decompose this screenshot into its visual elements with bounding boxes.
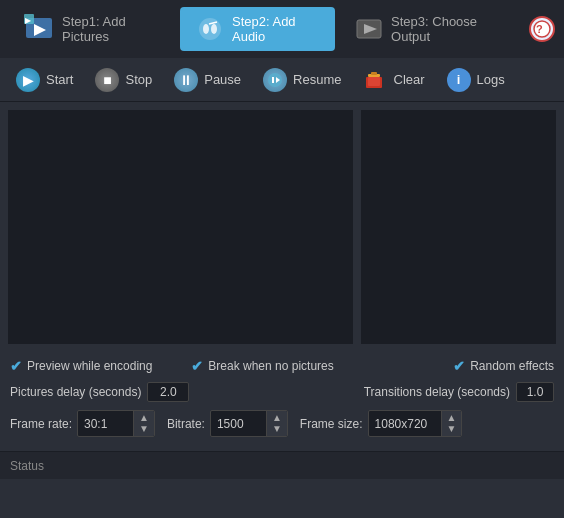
delay-row: Pictures delay (seconds) Transitions del… bbox=[10, 382, 554, 402]
transitions-delay-label: Transitions delay (seconds) bbox=[364, 385, 510, 399]
status-label: Status bbox=[10, 459, 44, 473]
step2-label: Step2: Add Audio bbox=[232, 14, 319, 44]
controls-area: ✔ Preview while encoding ✔ Break when no… bbox=[0, 352, 564, 449]
pictures-delay-group: Pictures delay (seconds) bbox=[10, 382, 364, 402]
bitrate-group: Bitrate: ▲ ▼ bbox=[167, 410, 288, 437]
stop-icon: ■ bbox=[95, 68, 119, 92]
preview-encoding-label: Preview while encoding bbox=[27, 359, 152, 373]
frame-rate-group: Frame rate: ▲ ▼ bbox=[10, 410, 155, 437]
random-check-icon: ✔ bbox=[453, 358, 465, 374]
stop-button[interactable]: ■ Stop bbox=[89, 64, 158, 96]
clear-icon bbox=[364, 68, 388, 92]
logs-icon: i bbox=[447, 68, 471, 92]
nav-step-3[interactable]: Step3: Choose Output bbox=[339, 7, 520, 51]
transitions-delay-input[interactable] bbox=[516, 382, 554, 402]
step1-label: Step1: Add Pictures bbox=[62, 14, 160, 44]
clear-label: Clear bbox=[394, 72, 425, 87]
bitrate-label: Bitrate: bbox=[167, 417, 205, 431]
pause-button[interactable]: ⏸ Pause bbox=[168, 64, 247, 96]
resume-label: Resume bbox=[293, 72, 341, 87]
toolbar: ▶ Start ■ Stop ⏸ Pause Resume Clear bbox=[0, 58, 564, 102]
frame-rate-combo-btn[interactable]: ▲ ▼ bbox=[133, 411, 154, 436]
logs-button[interactable]: i Logs bbox=[441, 64, 511, 96]
frame-size-combo-btn[interactable]: ▲ ▼ bbox=[441, 411, 462, 436]
step3-icon bbox=[355, 14, 383, 44]
start-button[interactable]: ▶ Start bbox=[10, 64, 79, 96]
logs-label: Logs bbox=[477, 72, 505, 87]
pause-icon: ⏸ bbox=[174, 68, 198, 92]
step2-icon bbox=[196, 14, 224, 44]
top-navigation: ▶ Step1: Add Pictures Step2: Add Audio S… bbox=[0, 0, 564, 58]
svg-rect-17 bbox=[371, 72, 377, 75]
random-effects-label: Random effects bbox=[470, 359, 554, 373]
preview-encoding-checkbox[interactable]: ✔ Preview while encoding bbox=[10, 358, 191, 374]
preview-area bbox=[0, 102, 564, 352]
stop-label: Stop bbox=[125, 72, 152, 87]
transitions-delay-group: Transitions delay (seconds) bbox=[364, 382, 554, 402]
start-label: Start bbox=[46, 72, 73, 87]
pictures-delay-input[interactable] bbox=[147, 382, 189, 402]
svg-rect-16 bbox=[368, 77, 380, 86]
svg-text:▶: ▶ bbox=[25, 16, 32, 25]
break-check-icon: ✔ bbox=[191, 358, 203, 374]
step1-icon: ▶ bbox=[24, 14, 54, 44]
nav-step-1[interactable]: ▶ Step1: Add Pictures bbox=[8, 7, 176, 51]
break-no-pictures-label: Break when no pictures bbox=[208, 359, 333, 373]
bitrate-combo: ▲ ▼ bbox=[210, 410, 288, 437]
preview-left bbox=[8, 110, 353, 344]
resume-icon bbox=[263, 68, 287, 92]
frame-size-combo: ▲ ▼ bbox=[368, 410, 463, 437]
status-bar: Status bbox=[0, 451, 564, 479]
settings-row: Frame rate: ▲ ▼ Bitrate: ▲ ▼ Frame size: bbox=[10, 410, 554, 437]
pause-label: Pause bbox=[204, 72, 241, 87]
start-icon: ▶ bbox=[16, 68, 40, 92]
bitrate-input[interactable] bbox=[211, 415, 266, 433]
preview-check-icon: ✔ bbox=[10, 358, 22, 374]
frame-rate-label: Frame rate: bbox=[10, 417, 72, 431]
frame-size-label: Frame size: bbox=[300, 417, 363, 431]
frame-rate-combo: ▲ ▼ bbox=[77, 410, 155, 437]
frame-size-input[interactable] bbox=[369, 415, 441, 433]
random-effects-checkbox[interactable]: ✔ Random effects bbox=[373, 358, 554, 374]
svg-point-4 bbox=[199, 18, 221, 40]
step3-label: Step3: Choose Output bbox=[391, 14, 504, 44]
clear-button[interactable]: Clear bbox=[358, 64, 431, 96]
bitrate-combo-btn[interactable]: ▲ ▼ bbox=[266, 411, 287, 436]
pictures-delay-label: Pictures delay (seconds) bbox=[10, 385, 141, 399]
frame-size-group: Frame size: ▲ ▼ bbox=[300, 410, 463, 437]
svg-point-6 bbox=[211, 24, 217, 34]
checkboxes-row: ✔ Preview while encoding ✔ Break when no… bbox=[10, 358, 554, 374]
break-no-pictures-checkbox[interactable]: ✔ Break when no pictures bbox=[191, 358, 372, 374]
svg-text:?: ? bbox=[536, 23, 543, 35]
frame-rate-input[interactable] bbox=[78, 415, 133, 433]
svg-point-5 bbox=[203, 24, 209, 34]
resume-button[interactable]: Resume bbox=[257, 64, 347, 96]
help-icon[interactable]: ? bbox=[528, 14, 556, 44]
preview-right bbox=[361, 110, 556, 344]
nav-step-2[interactable]: Step2: Add Audio bbox=[180, 7, 335, 51]
